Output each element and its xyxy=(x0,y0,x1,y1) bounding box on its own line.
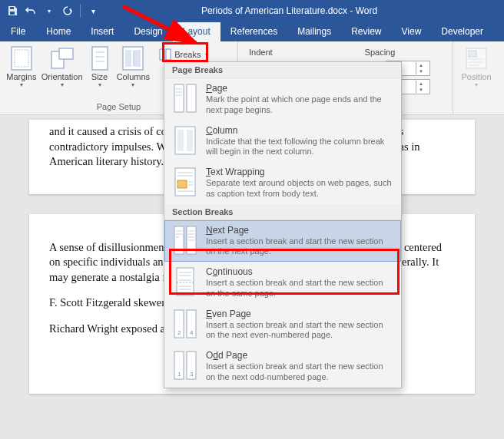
tab-mailings[interactable]: Mailings xyxy=(287,22,341,41)
breaks-label: Breaks xyxy=(174,50,201,59)
dd-item-title: Even Page xyxy=(206,309,393,319)
svg-rect-18 xyxy=(177,130,184,151)
breaks-button[interactable]: Breaks ▾ xyxy=(156,46,230,63)
orientation-label: Orientation xyxy=(41,72,83,81)
dd-item-desc: Mark the point at which one page ends an… xyxy=(206,94,393,116)
odd-page-icon: 13 xyxy=(172,350,198,381)
size-icon xyxy=(88,46,112,71)
spin-up-icon[interactable]: ▲ xyxy=(416,62,426,68)
chevron-down-icon: ▾ xyxy=(98,81,101,88)
svg-rect-6 xyxy=(92,47,108,70)
tab-review[interactable]: Review xyxy=(341,22,391,41)
window-title: Periods of American Literature.docx - Wo… xyxy=(105,5,504,16)
orientation-icon xyxy=(50,46,75,71)
qat-divider xyxy=(80,4,81,18)
svg-text:4: 4 xyxy=(190,329,194,336)
tab-insert[interactable]: Insert xyxy=(81,22,124,41)
spin-down-icon[interactable]: ▼ xyxy=(416,68,426,74)
svg-text:3: 3 xyxy=(190,371,194,378)
qat-customize-icon[interactable]: ▾ xyxy=(87,5,99,17)
title-bar: ▾ ▾ Periods of American Literature.docx … xyxy=(0,0,504,21)
dd-item-text-wrapping[interactable]: Text Wrapping Separate text around objec… xyxy=(164,162,401,204)
dd-item-title: Column xyxy=(206,125,393,136)
svg-rect-21 xyxy=(177,180,187,188)
dd-item-desc: Insert a section break and start the new… xyxy=(206,278,393,299)
dd-item-continuous[interactable]: Continuous Insert a section break and st… xyxy=(164,262,401,304)
text-wrapping-icon xyxy=(172,167,198,197)
margins-label: Margins xyxy=(6,72,36,81)
svg-rect-5 xyxy=(59,48,73,59)
even-page-icon: 24 xyxy=(172,309,198,339)
indent-heading: Indent xyxy=(249,48,273,57)
svg-rect-0 xyxy=(10,7,14,9)
tab-home[interactable]: Home xyxy=(36,22,81,41)
svg-rect-1 xyxy=(10,12,15,15)
dd-item-even-page[interactable]: 24 Even Page Insert a section break and … xyxy=(164,304,401,346)
svg-rect-11 xyxy=(166,49,171,60)
dd-item-desc: Separate text around objects on web page… xyxy=(206,178,393,200)
save-icon[interactable] xyxy=(6,5,18,17)
redo-icon[interactable] xyxy=(61,5,74,17)
svg-rect-16 xyxy=(187,84,196,112)
svg-rect-10 xyxy=(160,49,164,60)
breaks-icon xyxy=(159,48,171,61)
columns-icon xyxy=(121,46,145,71)
svg-text:2: 2 xyxy=(177,329,181,336)
margins-icon xyxy=(9,46,34,71)
dd-item-desc: Insert a section break and start the new… xyxy=(206,320,393,342)
svg-rect-22 xyxy=(174,226,184,254)
dd-item-title: Text Wrapping xyxy=(206,167,393,177)
tab-view[interactable]: View xyxy=(392,22,432,41)
svg-rect-9 xyxy=(134,50,141,67)
dd-header-section-breaks: Section Breaks xyxy=(164,204,401,220)
svg-rect-15 xyxy=(174,84,184,112)
position-label: Position xyxy=(461,72,491,81)
quick-access-toolbar: ▾ ▾ xyxy=(0,4,105,18)
chevron-down-icon: ▾ xyxy=(475,81,478,88)
svg-rect-24 xyxy=(177,268,194,295)
dd-header-page-breaks: Page Breaks xyxy=(164,62,401,78)
columns-button[interactable]: Columns ▾ xyxy=(115,45,152,90)
dd-item-desc: Insert a section break and start the new… xyxy=(206,236,393,258)
margins-button[interactable]: Margins ▾ xyxy=(5,45,38,90)
next-page-icon xyxy=(172,225,198,256)
spacing-heading: Spacing xyxy=(365,48,396,57)
ribbon-tabs: File Home Insert Design Layout Reference… xyxy=(0,21,504,41)
size-button[interactable]: Size ▾ xyxy=(86,45,114,90)
dd-item-title: Continuous xyxy=(206,266,393,277)
undo-caret-icon[interactable]: ▾ xyxy=(43,5,55,17)
chevron-down-icon: ▾ xyxy=(205,51,208,58)
orientation-button[interactable]: Orientation ▾ xyxy=(40,45,85,90)
dd-item-desc: Insert a section break and start the new… xyxy=(206,361,393,383)
tab-file[interactable]: File xyxy=(0,22,36,41)
spin-down-icon[interactable]: ▼ xyxy=(416,87,426,93)
columns-label: Columns xyxy=(117,72,150,81)
chevron-down-icon: ▾ xyxy=(61,81,64,88)
dd-item-title: Page xyxy=(206,83,393,94)
dd-item-next-page[interactable]: Next Page Insert a section break and sta… xyxy=(164,220,401,262)
undo-icon[interactable] xyxy=(25,5,37,17)
spin-up-icon[interactable]: ▲ xyxy=(416,81,426,87)
tab-references[interactable]: References xyxy=(220,22,287,41)
group-arrange: Position ▾ xyxy=(453,41,499,114)
tab-developer[interactable]: Developer xyxy=(431,22,493,41)
dd-item-desc: Indicate that the text following the col… xyxy=(206,137,393,158)
size-label: Size xyxy=(91,72,108,81)
svg-text:1: 1 xyxy=(177,371,181,378)
svg-rect-8 xyxy=(125,50,131,67)
dd-item-title: Next Page xyxy=(206,225,393,236)
column-break-icon xyxy=(172,125,198,156)
page-break-icon xyxy=(172,83,198,114)
position-button: Position ▾ xyxy=(458,45,495,90)
chevron-down-icon: ▾ xyxy=(131,81,134,88)
tab-design[interactable]: Design xyxy=(124,22,172,41)
dd-item-page[interactable]: Page Mark the point at which one page en… xyxy=(164,78,401,120)
dd-item-column[interactable]: Column Indicate that the text following … xyxy=(164,120,401,163)
chevron-down-icon: ▾ xyxy=(20,81,23,88)
dd-item-title: Odd Page xyxy=(206,350,393,361)
tab-layout[interactable]: Layout xyxy=(173,22,220,41)
continuous-icon xyxy=(172,266,198,297)
breaks-dropdown: Page Breaks Page Mark the point at which… xyxy=(164,61,402,388)
dd-item-odd-page[interactable]: 13 Odd Page Insert a section break and s… xyxy=(164,345,401,388)
svg-rect-19 xyxy=(187,130,193,151)
